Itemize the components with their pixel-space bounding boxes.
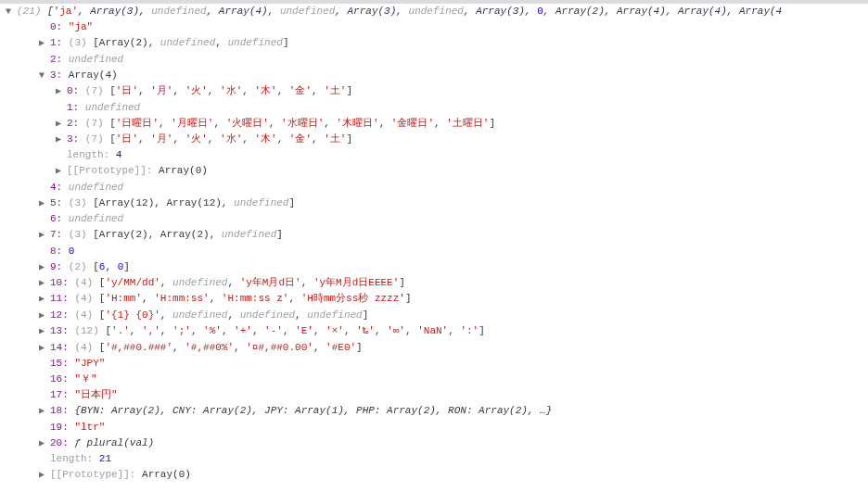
disclosure-triangle-icon[interactable]: ▶: [39, 275, 48, 291]
value-fragment: '土': [324, 133, 346, 145]
value-fragment: '水曜日': [281, 118, 324, 129]
tree-row[interactable]: ▶1: (3) [Array(2), undefined, undefined]: [0, 35, 868, 51]
tree-row[interactable]: ▶20: ƒ plural(val): [0, 435, 868, 451]
tree-row: 1: undefined: [0, 100, 868, 116]
value-fragment: '.': [111, 326, 130, 337]
value-fragment: ,: [277, 86, 289, 97]
value-fragment: ,: [312, 133, 324, 145]
value-fragment: Array(0): [142, 469, 191, 480]
value-fragment: '×': [326, 326, 344, 337]
value-fragment: ]: [288, 197, 295, 208]
value-fragment: '月曜日': [171, 118, 213, 129]
value-fragment: ]: [363, 309, 369, 321]
tree-row[interactable]: ▼3: Array(4): [0, 68, 868, 83]
property-key: 11:: [50, 294, 74, 305]
value-fragment: '∞': [387, 326, 405, 337]
tree-row[interactable]: ▶13: (12) ['.', ',', ';', '%', '+', '-',…: [0, 323, 868, 339]
tree-row[interactable]: ▶3: (7) ['日', '月', '火', '水', '木', '金', '…: [0, 132, 868, 147]
disclosure-triangle-icon[interactable]: ▶: [39, 308, 48, 323]
value-fragment: ,: [210, 294, 222, 305]
value-fragment: 'y/MM/dd': [105, 277, 160, 288]
value-fragment: ,: [160, 309, 172, 321]
tree-row[interactable]: ▶9: (2) [6, 0]: [0, 259, 868, 275]
tree-row[interactable]: ▶7: (3) [Array(2), Array(2), undefined]: [0, 227, 868, 243]
value-fragment: undefined: [172, 309, 227, 321]
value-fragment: ,: [288, 294, 300, 305]
tree-row[interactable]: ▶[[Prototype]]: Array(0): [0, 467, 868, 483]
value-fragment: '金': [289, 86, 312, 97]
value-fragment: '#E0': [326, 342, 356, 353]
value-fragment: '木曜日': [336, 118, 378, 129]
disclosure-triangle-icon[interactable]: ▼: [39, 68, 48, 83]
value-fragment: ,: [269, 118, 281, 129]
property-key: 12:: [50, 309, 74, 321]
property-key: 3:: [67, 133, 85, 145]
disclosure-triangle-icon[interactable]: ▼: [6, 4, 15, 19]
tree-row[interactable]: ▶0: (7) ['日', '月', '火', '水', '木', '金', '…: [0, 83, 868, 99]
tree-row[interactable]: ▶12: (4) ['{1} {0}', undefined, undefine…: [0, 308, 868, 323]
tree-row[interactable]: ▶10: (4) ['y/MM/dd', undefined, 'y年M月d日'…: [0, 275, 868, 291]
disclosure-triangle-icon[interactable]: ▶: [39, 291, 48, 307]
property-key: 1:: [67, 102, 85, 113]
value-fragment: ,: [138, 133, 150, 145]
property-key: 13:: [50, 326, 74, 337]
value-fragment: ]: [123, 261, 130, 272]
property-key: 16:: [50, 373, 74, 385]
value-fragment: ,: [227, 309, 239, 321]
tree-row[interactable]: ▶11: (4) ['H:mm', 'H:mm:ss', 'H:mm:ss z'…: [0, 291, 868, 307]
property-key: 2:: [67, 118, 85, 129]
disclosure-triangle-icon[interactable]: ▶: [39, 35, 48, 51]
disclosure-triangle-icon[interactable]: ▶: [39, 340, 48, 356]
value-fragment: [: [109, 133, 116, 145]
value-fragment: ,: [344, 326, 356, 337]
disclosure-triangle-icon[interactable]: ▶: [39, 323, 48, 339]
value-fragment: '水': [220, 86, 242, 97]
property-key: 5:: [50, 197, 69, 208]
value-fragment: ,: [283, 326, 295, 337]
array-length: (21): [17, 6, 47, 17]
value-fragment: undefined: [160, 38, 215, 49]
value-fragment: ]: [489, 118, 495, 129]
tree-row[interactable]: ▶[[Prototype]]: Array(0): [0, 163, 868, 179]
tree-row-header[interactable]: ▼(21) ['ja', Array(3), undefined, Array(…: [0, 4, 868, 19]
value-fragment: '水': [220, 133, 242, 145]
value-fragment: ,: [138, 86, 150, 97]
array-summary: ['ja', Array(3), undefined, Array(4), un…: [47, 6, 782, 17]
value-fragment: ]: [346, 133, 352, 145]
value-fragment: "ja": [69, 21, 93, 32]
tree-row[interactable]: ▶14: (4) ['#,##0.###', '#,##0%', '¤#,##0…: [0, 340, 868, 356]
value-fragment: undefined: [222, 230, 276, 241]
tree-row[interactable]: ▶2: (7) ['日曜日', '月曜日', '火曜日', '水曜日', '木曜…: [0, 116, 868, 132]
value-fragment: [Array(2),: [93, 38, 160, 49]
disclosure-triangle-icon[interactable]: ▶: [56, 132, 65, 147]
value-fragment: ,: [448, 326, 460, 337]
disclosure-triangle-icon[interactable]: ▶: [39, 259, 48, 275]
value-fragment: ,: [242, 133, 254, 145]
disclosure-triangle-icon[interactable]: ▶: [56, 83, 65, 99]
value-fragment: ,: [160, 326, 172, 337]
value-fragment: ]: [276, 230, 283, 241]
value-fragment: '-': [264, 326, 283, 337]
disclosure-triangle-icon[interactable]: ▶: [39, 196, 48, 211]
value-fragment: ,: [227, 277, 239, 288]
disclosure-triangle-icon[interactable]: ▶: [56, 116, 65, 132]
value-fragment: '月': [150, 86, 172, 97]
disclosure-triangle-icon[interactable]: ▶: [39, 227, 48, 243]
value-fragment: [: [109, 86, 116, 97]
value-fragment: '火': [185, 133, 208, 145]
value-fragment: "JPY": [74, 358, 105, 369]
disclosure-triangle-icon[interactable]: ▶: [39, 435, 48, 451]
property-key: 18:: [50, 406, 74, 417]
value-fragment: (7): [85, 86, 109, 97]
disclosure-triangle-icon[interactable]: ▶: [39, 403, 48, 419]
tree-row[interactable]: ▶5: (3) [Array(12), Array(12), undefined…: [0, 196, 868, 211]
disclosure-triangle-icon[interactable]: ▶: [39, 467, 48, 483]
tree-row[interactable]: ▶18: {BYN: Array(2), CNY: Array(2), JPY:…: [0, 403, 868, 419]
value-fragment: undefined: [234, 197, 288, 208]
value-fragment: undefined: [69, 213, 123, 224]
disclosure-triangle-icon[interactable]: ▶: [56, 163, 65, 179]
property-key: 19:: [50, 422, 74, 433]
value-fragment: 'y年M月d日': [240, 277, 301, 288]
value-fragment: ,: [434, 118, 446, 129]
value-fragment: 21: [99, 453, 111, 464]
